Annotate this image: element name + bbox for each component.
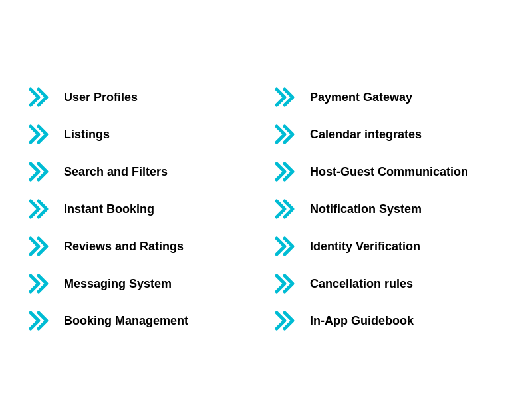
feature-item-identity-verification: Identity Verification — [266, 228, 512, 265]
feature-label-listings: Listings — [64, 128, 110, 142]
chevron-double-icon — [27, 236, 55, 257]
feature-item-listings: Listings — [20, 116, 266, 153]
feature-item-user-profiles: User Profiles — [20, 79, 266, 116]
feature-label-user-profiles: User Profiles — [64, 91, 138, 104]
feature-label-search-and-filters: Search and Filters — [64, 165, 168, 179]
chevron-double-icon — [273, 273, 301, 294]
feature-label-cancellation-rules: Cancellation rules — [310, 277, 413, 291]
chevron-double-icon — [27, 198, 55, 220]
features-left-column: User Profiles Listings Search and Filter… — [20, 79, 266, 339]
chevron-double-icon — [273, 310, 301, 331]
chevron-double-icon — [273, 87, 301, 108]
chevron-double-icon — [273, 124, 301, 145]
feature-item-reviews-and-ratings: Reviews and Ratings — [20, 228, 266, 265]
features-grid: User Profiles Listings Search and Filter… — [20, 79, 512, 339]
feature-label-instant-booking: Instant Booking — [64, 202, 154, 216]
chevron-double-icon — [27, 161, 55, 182]
main-container: User Profiles Listings Search and Filter… — [13, 45, 519, 353]
chevron-double-icon — [27, 273, 55, 294]
feature-item-cancellation-rules: Cancellation rules — [266, 265, 512, 302]
chevron-double-icon — [27, 87, 55, 108]
features-right-column: Payment Gateway Calendar integrates Host… — [266, 79, 512, 339]
feature-item-search-and-filters: Search and Filters — [20, 153, 266, 190]
chevron-double-icon — [27, 124, 55, 145]
feature-label-reviews-and-ratings: Reviews and Ratings — [64, 240, 184, 254]
chevron-double-icon — [273, 198, 301, 220]
feature-item-instant-booking: Instant Booking — [20, 190, 266, 228]
feature-item-host-guest-communication: Host-Guest Communication — [266, 153, 512, 190]
feature-item-notification-system: Notification System — [266, 190, 512, 228]
feature-label-host-guest-communication: Host-Guest Communication — [310, 165, 468, 179]
feature-item-in-app-guidebook: In-App Guidebook — [266, 302, 512, 339]
feature-item-calendar-integrates: Calendar integrates — [266, 116, 512, 153]
chevron-double-icon — [273, 161, 301, 182]
feature-item-messaging-system: Messaging System — [20, 265, 266, 302]
feature-label-messaging-system: Messaging System — [64, 277, 172, 291]
chevron-double-icon — [27, 310, 55, 331]
chevron-double-icon — [273, 236, 301, 257]
feature-label-booking-management: Booking Management — [64, 314, 188, 328]
feature-label-calendar-integrates: Calendar integrates — [310, 128, 422, 142]
feature-label-notification-system: Notification System — [310, 202, 422, 216]
feature-label-in-app-guidebook: In-App Guidebook — [310, 314, 414, 328]
feature-item-booking-management: Booking Management — [20, 302, 266, 339]
feature-label-identity-verification: Identity Verification — [310, 240, 420, 254]
feature-item-payment-gateway: Payment Gateway — [266, 79, 512, 116]
feature-label-payment-gateway: Payment Gateway — [310, 91, 412, 104]
